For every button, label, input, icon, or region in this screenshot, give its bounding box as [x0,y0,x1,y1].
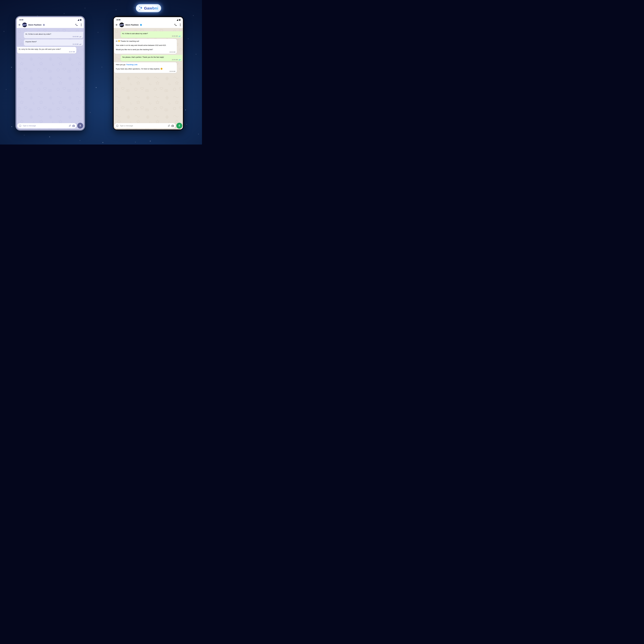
message-input[interactable]: Type a message [17,123,77,128]
battery-icon [80,19,81,21]
battery-icon [179,19,180,21]
message-time: 15:47 AM [69,51,75,53]
menu-kebab-icon[interactable] [180,24,181,26]
message-bubble-sent: Anyone there? 11:15 AM [24,39,83,46]
double-check-icon [79,36,82,37]
message-time: 10:02 AM [169,51,175,53]
message-text: Hi, sorry for the late reply. Do you sti… [19,48,75,50]
message-bubble-sent: Hi, I’d like to ask about my order? 10:0… [121,31,182,38]
input-placeholder: Type a message [23,125,68,127]
message-bubble-sent: Yes please, that’s perfect. Thank you fo… [121,55,182,61]
message-text: Hi, I’d like to ask about my order? [25,33,82,35]
message-text: If you have any other questions, I’m her… [116,68,175,70]
verified-badge-icon [140,24,142,26]
back-icon[interactable] [18,23,21,26]
smile-emoji [160,68,163,70]
attach-icon[interactable] [69,125,71,127]
emoji-icon[interactable] [19,124,22,127]
mic-button[interactable] [77,123,83,129]
desktop-canvas: Gawbni 15:50 store Store Fashion [0,0,202,145]
message-text: Hi Thanks for reaching out! [116,40,175,43]
whatsapp-style-phone: 10:08 store Store Fashion [113,16,184,130]
camera-icon[interactable] [171,125,174,127]
left-chat-area: Hi, I’d like to ask about my order? 10:0… [17,28,84,129]
message-text: Anyone there? [25,41,82,43]
attach-icon[interactable] [168,125,170,127]
message-text: Would you like me to send you the tracki… [116,48,175,51]
message-bubble-received: Here you go: Tracking Link If you have a… [114,62,177,73]
mic-button[interactable] [176,123,182,129]
store-avatar[interactable]: store [119,23,124,27]
double-check-icon [178,35,181,37]
input-placeholder: Type a message [120,125,167,127]
right-chat-header: store Store Fashion [114,22,183,28]
message-list: Hi, I’d like to ask about my order? 10:0… [17,28,84,129]
left-phone-screen: 15:50 store Store Fashion [17,17,84,129]
gawbni-logo: Gawbni [136,4,161,12]
store-avatar[interactable]: store [22,23,27,27]
mic-icon [79,124,82,127]
call-icon[interactable] [174,24,177,26]
message-time: 10:04 AM [172,59,178,61]
verified-badge-icon [43,24,45,26]
message-time: 11:15 AM [73,43,78,45]
status-time: 10:08 [116,19,120,21]
message-text: Hi, I’d like to ask about my order? [122,32,181,35]
wave-emoji [118,40,120,42]
telegram-style-phone: 15:50 store Store Fashion [15,16,85,131]
chat-title: Store Fashion [125,24,139,26]
right-status-bar: 10:08 [114,17,183,22]
emoji-icon[interactable] [116,124,119,127]
message-bubble-received: Hi, sorry for the late reply. Do you sti… [17,47,76,53]
double-check-icon [178,59,181,60]
right-chat-area: Hi, I’d like to ask about my order? 10:0… [114,28,183,129]
tracking-link[interactable]: Tracking Link [126,64,137,66]
sparkle-icon [139,6,143,11]
message-text: Your order is on its way and should arri… [116,44,175,47]
message-time: 10:02 AM [172,35,178,37]
right-phone-screen: 10:08 store Store Fashion [114,17,183,129]
back-icon[interactable] [115,23,118,26]
chat-title: Store Fashion [28,24,41,26]
message-bubble-received: Hi Thanks for reaching out! Your order i… [114,39,177,54]
right-composer: Type a message [114,123,182,129]
left-status-bar: 15:50 [17,17,84,22]
message-input[interactable]: Type a message [114,123,176,128]
message-text: Here you go: Tracking Link [116,63,175,66]
status-time: 15:50 [19,19,23,21]
logo-wordmark: Gawbni [144,6,158,10]
signal-icon [177,19,178,21]
message-text: Yes please, that’s perfect. Thank you fo… [122,56,181,58]
left-composer: Type a message [17,123,83,129]
double-check-icon [79,44,82,45]
camera-icon[interactable] [72,125,75,127]
call-icon[interactable] [75,24,78,26]
menu-kebab-icon[interactable] [81,24,82,26]
mic-icon [178,124,181,127]
message-list: Hi, I’d like to ask about my order? 10:0… [114,28,183,129]
message-time: 10:02 AM [73,36,78,37]
message-time: 10:04 AM [169,70,175,72]
signal-icon [78,19,79,21]
left-chat-header: store Store Fashion [17,22,84,28]
message-bubble-sent: Hi, I’d like to ask about my order? 10:0… [24,32,83,38]
